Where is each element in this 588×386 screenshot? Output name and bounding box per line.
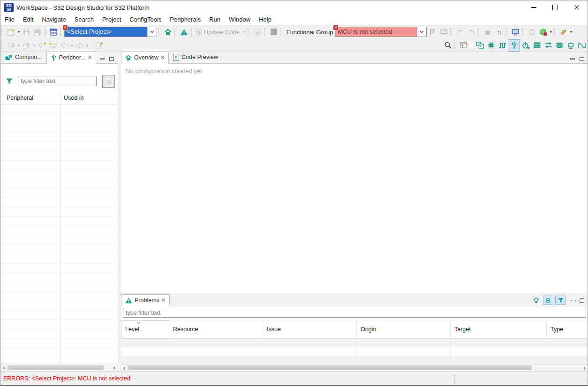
- toolbar-grip[interactable]: [60, 28, 62, 36]
- panel-maximize-button[interactable]: [109, 57, 114, 61]
- update-code-selected-button[interactable]: c: [252, 26, 263, 37]
- save-all-button[interactable]: [32, 26, 44, 37]
- toolbar-grip[interactable]: [1, 42, 4, 49]
- highlight-tool-dropdown-caret[interactable]: ▾: [569, 30, 573, 34]
- toolbar-grip[interactable]: [522, 28, 524, 36]
- menu-edit[interactable]: Edit: [19, 15, 38, 25]
- back-button[interactable]: [59, 40, 70, 51]
- column-header-level[interactable]: Level: [121, 320, 169, 338]
- problems-horizontal-scrollbar[interactable]: ‹ ›: [121, 364, 588, 371]
- ivt-tool-button[interactable]: [565, 40, 576, 51]
- new-wizard-button[interactable]: [6, 26, 17, 37]
- scrollbar-thumb[interactable]: [128, 365, 532, 370]
- search-button[interactable]: [442, 40, 453, 51]
- forward-history-caret[interactable]: ▾: [85, 43, 90, 48]
- column-header-target[interactable]: Target: [451, 320, 547, 338]
- toolbar-grip[interactable]: [478, 28, 480, 36]
- menu-configtools[interactable]: ConfigTools: [125, 15, 166, 25]
- tab-components[interactable]: Compon...: [1, 51, 46, 63]
- toolbar-grip[interactable]: [264, 28, 266, 36]
- last-edit-location-button[interactable]: [36, 40, 47, 51]
- window-close-button[interactable]: [566, 0, 588, 15]
- pin-flag-button[interactable]: [427, 26, 438, 37]
- toolbar-grip[interactable]: [450, 28, 452, 36]
- sort-order-button[interactable]: ↑↓: [493, 26, 505, 37]
- tab-close-icon[interactable]: [88, 56, 92, 59]
- panel-maximize-button[interactable]: [580, 298, 584, 303]
- peripherals-tool-button[interactable]: [508, 39, 520, 52]
- update-launch-configurations-button[interactable]: [526, 26, 537, 37]
- next-annotation-caret[interactable]: ▾: [17, 43, 21, 48]
- scroll-left-arrow[interactable]: ‹: [1, 364, 8, 371]
- scroll-left-arrow[interactable]: ‹: [121, 364, 128, 371]
- toolbar-grip[interactable]: [505, 28, 508, 36]
- menu-window[interactable]: Window: [225, 15, 255, 25]
- dcd-tool-button[interactable]: [531, 40, 543, 51]
- tab-close-icon[interactable]: [162, 298, 166, 302]
- menu-peripherals[interactable]: Peripherals: [166, 15, 205, 25]
- tab-problems[interactable]: Problems: [121, 294, 170, 306]
- left-panel-horizontal-scrollbar[interactable]: ‹ ›: [1, 364, 118, 371]
- window-maximize-button[interactable]: [544, 0, 566, 15]
- menu-navigate[interactable]: Navigate: [38, 15, 70, 25]
- forward-button[interactable]: [74, 40, 85, 51]
- back-history-caret[interactable]: ▾: [70, 43, 74, 48]
- menu-file[interactable]: File: [0, 15, 19, 25]
- update-code-dropdown-caret[interactable]: ▾: [242, 30, 247, 34]
- new-wizard-dropdown-caret[interactable]: ▾: [17, 30, 21, 34]
- column-header-type[interactable]: Type: [547, 320, 588, 338]
- tab-close-icon[interactable]: [161, 56, 165, 59]
- toolbar-grip[interactable]: [174, 28, 177, 36]
- column-header-origin[interactable]: Origin: [357, 320, 451, 338]
- column-header-issue[interactable]: Issue: [263, 320, 357, 338]
- toolbar-grip[interactable]: [1, 28, 4, 36]
- column-header-used-in[interactable]: Used in: [64, 95, 83, 101]
- redo-button[interactable]: [466, 26, 477, 37]
- new-configuration-dropdown-caret[interactable]: ▾: [549, 30, 553, 34]
- previous-annotation-button[interactable]: [21, 40, 32, 51]
- panel-minimize-button[interactable]: [100, 58, 105, 59]
- next-annotation-button[interactable]: [6, 40, 17, 51]
- column-header-resource[interactable]: Resource: [169, 320, 263, 338]
- menu-search[interactable]: Search: [70, 15, 98, 25]
- ddr-tool-button[interactable]: [554, 40, 565, 51]
- status-bar-grip[interactable]: [454, 375, 455, 376]
- menu-project[interactable]: Project: [98, 15, 125, 25]
- overview-home-button[interactable]: [162, 26, 173, 37]
- pins-tool-button[interactable]: [485, 40, 497, 51]
- scroll-right-arrow[interactable]: ›: [111, 364, 118, 371]
- functional-groups-tool-button[interactable]: [497, 40, 508, 51]
- clocks-tool-button[interactable]: [520, 40, 531, 51]
- project-select-dropdown-button[interactable]: [147, 27, 157, 37]
- routing-tool-button[interactable]: [543, 40, 554, 51]
- toolbar-grip[interactable]: [191, 28, 193, 36]
- functional-group-color-button[interactable]: [268, 26, 279, 37]
- toolbar-grip[interactable]: [554, 28, 556, 36]
- save-button[interactable]: [21, 26, 32, 37]
- export-registers-button[interactable]: [510, 26, 521, 37]
- functional-group-dropdown-button[interactable]: [417, 27, 426, 37]
- column-header-peripheral[interactable]: Peripheral: [7, 95, 33, 101]
- highlight-tool-button[interactable]: [558, 26, 569, 37]
- panel-maximize-button[interactable]: [580, 57, 584, 61]
- functional-group-select[interactable]: MCU is not selected: [335, 27, 427, 37]
- menu-help[interactable]: Help: [255, 15, 276, 25]
- toolbar-grip[interactable]: [280, 28, 283, 36]
- project-select[interactable]: <Select Project>: [64, 27, 157, 37]
- peripherals-sort-button[interactable]: ↑↓: [102, 75, 115, 88]
- undo-button[interactable]: [454, 26, 466, 37]
- show-descriptions-toggle[interactable]: B: [543, 296, 553, 305]
- scroll-right-arrow[interactable]: ›: [581, 364, 588, 371]
- tab-overview[interactable]: Overview: [121, 52, 169, 64]
- toolbar-grip[interactable]: [158, 28, 160, 36]
- overview-tool-button[interactable]: c: [474, 40, 485, 51]
- toolbar-grip[interactable]: [248, 28, 250, 36]
- peripherals-filter-input[interactable]: [18, 76, 97, 86]
- quadspi-tool-button[interactable]: [576, 40, 588, 51]
- new-configuration-button[interactable]: [537, 26, 549, 37]
- pin-editor-button[interactable]: [93, 40, 105, 51]
- tab-peripherals[interactable]: Peripher...: [46, 52, 96, 64]
- scrollbar-thumb[interactable]: [8, 365, 104, 370]
- problems-view-button[interactable]: [179, 26, 190, 37]
- next-edit-location-button[interactable]: [47, 40, 59, 51]
